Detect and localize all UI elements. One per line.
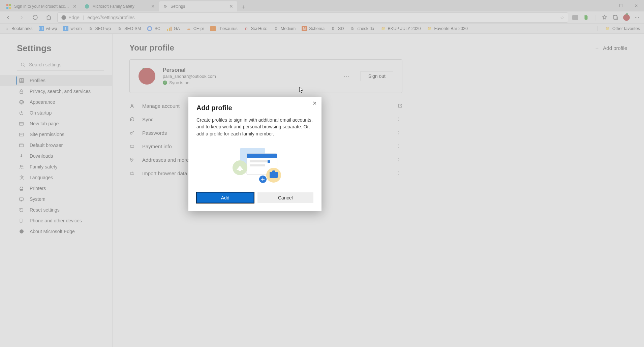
modal-illustration — [196, 143, 313, 186]
svg-rect-31 — [247, 154, 277, 158]
modal-close-button[interactable]: ✕ — [312, 100, 317, 106]
svg-rect-36 — [239, 168, 241, 171]
modal-overlay — [0, 0, 644, 347]
modal-body: Create profiles to sign in with addition… — [196, 117, 313, 137]
cancel-button[interactable]: Cancel — [257, 192, 314, 203]
svg-rect-33 — [250, 164, 265, 166]
svg-rect-38 — [270, 172, 278, 178]
svg-rect-32 — [250, 160, 269, 162]
modal-title: Add profile — [196, 104, 313, 112]
add-button[interactable]: Add — [196, 192, 254, 203]
svg-rect-34 — [268, 160, 270, 163]
add-profile-modal: ✕ Add profile Create profiles to sign in… — [188, 97, 321, 211]
svg-rect-39 — [272, 170, 275, 172]
